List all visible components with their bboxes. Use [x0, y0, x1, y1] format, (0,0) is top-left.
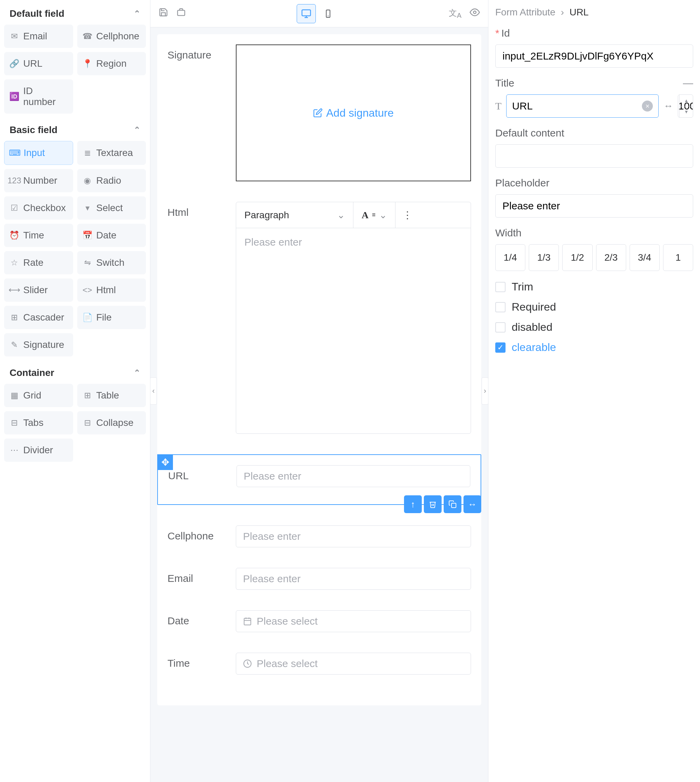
clear-title-button[interactable]: × — [642, 100, 653, 112]
cellphone-input[interactable] — [236, 525, 471, 547]
width-option[interactable]: 3/4 — [630, 244, 660, 271]
move-up-button[interactable]: ↑ — [404, 495, 422, 513]
region-icon: 📍 — [83, 59, 92, 69]
required-label: Required — [512, 301, 556, 313]
id-input[interactable] — [495, 45, 693, 68]
drag-handle[interactable]: ✥ — [157, 454, 173, 470]
text-icon: T — [495, 100, 502, 112]
field-chip-rate[interactable]: ☆Rate — [4, 251, 73, 274]
html-more-button[interactable]: ⋮ — [395, 202, 419, 228]
slider-icon: ⟷ — [10, 285, 19, 295]
field-chip-id-number[interactable]: 🆔ID number — [4, 79, 73, 114]
device-mobile-button[interactable] — [318, 4, 338, 23]
calendar-icon — [243, 617, 252, 626]
field-chip-label: Signature — [23, 339, 64, 350]
spin-down[interactable]: ▾ — [680, 106, 693, 118]
add-signature-link[interactable]: Add signature — [313, 107, 393, 119]
width-option[interactable]: 1/2 — [562, 244, 592, 271]
section-header[interactable]: Default field⌃ — [3, 3, 147, 25]
field-chip-select[interactable]: ▾Select — [77, 196, 146, 220]
width-label: Width — [495, 227, 522, 239]
date-input[interactable]: Please select — [236, 610, 471, 632]
html-paragraph-select[interactable]: Paragraph ⌄ — [236, 202, 353, 228]
resize-button[interactable]: ↔ — [463, 495, 481, 513]
chevron-down-icon: ⌄ — [337, 209, 345, 221]
required-checkbox-row[interactable]: Required — [495, 301, 693, 313]
field-url-selected[interactable]: ✥ URL ↑ ↔ — [157, 454, 481, 505]
field-chip-cellphone[interactable]: ☎Cellphone — [77, 25, 146, 48]
width-option[interactable]: 2/3 — [596, 244, 626, 271]
field-chip-email[interactable]: ✉Email — [4, 25, 73, 48]
delete-button[interactable] — [424, 495, 442, 513]
spin-up[interactable]: ▴ — [680, 95, 693, 106]
field-chip-radio[interactable]: ◉Radio — [77, 169, 146, 192]
disabled-checkbox-row[interactable]: disabled — [495, 321, 693, 334]
checkbox-icon — [495, 282, 505, 292]
checkbox-icon — [495, 322, 505, 333]
signature-label: Signature — [167, 45, 236, 61]
field-chip-grid[interactable]: ▦Grid — [4, 384, 73, 407]
field-chip-label: Collapse — [97, 417, 133, 428]
html-editor[interactable]: Please enter — [236, 228, 471, 433]
field-chip-cascader[interactable]: ⊞Cascader — [4, 306, 73, 329]
field-chip-label: ID number — [23, 85, 68, 107]
field-chip-signature[interactable]: ✎Signature — [4, 333, 73, 356]
field-chip-label: Table — [97, 390, 119, 401]
field-chip-input[interactable]: ⌨Input — [4, 141, 73, 165]
field-date: Date Please select — [167, 610, 471, 632]
email-icon: ✉ — [10, 32, 19, 41]
width-option[interactable]: 1 — [663, 244, 693, 271]
width-option[interactable]: 1/4 — [495, 244, 525, 271]
field-chip-tabs[interactable]: ⊟Tabs — [4, 411, 73, 434]
copy-button[interactable] — [443, 495, 462, 513]
switch-icon: ⇋ — [83, 258, 92, 267]
field-chip-checkbox[interactable]: ☑Checkbox — [4, 196, 73, 220]
field-chip-html[interactable]: <>Html — [77, 279, 146, 302]
chevron-up-icon: ⌃ — [133, 368, 140, 378]
url-input[interactable] — [237, 465, 470, 487]
field-chip-label: Region — [97, 58, 127, 69]
collapse-right-button[interactable]: › — [482, 377, 488, 405]
field-chip-region[interactable]: 📍Region — [77, 52, 146, 75]
field-chip-label: Tabs — [23, 417, 43, 428]
collapse-left-button[interactable]: ‹ — [150, 377, 157, 405]
field-chip-slider[interactable]: ⟷Slider — [4, 279, 73, 302]
title-width-number: ▴ ▾ — [678, 94, 693, 118]
clearable-checkbox-row[interactable]: ✓ clearable — [495, 341, 693, 354]
html-format-button[interactable]: A≡ ⌄ — [353, 202, 395, 228]
time-icon: ⏰ — [10, 231, 19, 240]
checkbox-icon: ✓ — [495, 343, 505, 353]
signature-icon: ✎ — [10, 340, 19, 349]
language-icon[interactable]: 文A — [449, 8, 462, 20]
trim-checkbox-row[interactable]: Trim — [495, 281, 693, 293]
cellphone-icon: ☎ — [83, 32, 92, 41]
clear-icon[interactable] — [177, 8, 186, 20]
field-chip-table[interactable]: ⊞Table — [77, 384, 146, 407]
field-chip-switch[interactable]: ⇋Switch — [77, 251, 146, 274]
device-desktop-button[interactable] — [297, 4, 316, 23]
field-chip-date[interactable]: 📅Date — [77, 224, 146, 247]
field-chip-textarea[interactable]: ≣Textarea — [77, 141, 146, 165]
field-chip-file[interactable]: 📄File — [77, 306, 146, 329]
field-chip-time[interactable]: ⏰Time — [4, 224, 73, 247]
default-content-input[interactable] — [495, 144, 693, 168]
chevron-right-icon: › — [561, 7, 564, 18]
section-header[interactable]: Basic field⌃ — [3, 119, 147, 141]
svg-point-6 — [473, 11, 476, 14]
date-placeholder: Please select — [257, 615, 318, 627]
collapse-icon[interactable]: — — [683, 77, 693, 89]
field-chip-url[interactable]: 🔗URL — [4, 52, 73, 75]
email-input[interactable] — [236, 568, 471, 590]
breadcrumb-root[interactable]: Form Attribute — [495, 7, 555, 18]
section-header[interactable]: Container⌃ — [3, 362, 147, 384]
title-input[interactable] — [512, 100, 642, 112]
field-chip-number[interactable]: 123Number — [4, 169, 73, 192]
field-chip-collapse[interactable]: ⊟Collapse — [77, 411, 146, 434]
time-input[interactable]: Please select — [236, 653, 471, 675]
width-option[interactable]: 1/3 — [529, 244, 559, 271]
field-chip-divider[interactable]: ⋯Divider — [4, 439, 73, 462]
placeholder-input[interactable] — [495, 194, 693, 217]
save-icon[interactable] — [158, 8, 168, 20]
signature-box[interactable]: Add signature — [236, 45, 471, 181]
preview-icon[interactable] — [470, 7, 480, 20]
